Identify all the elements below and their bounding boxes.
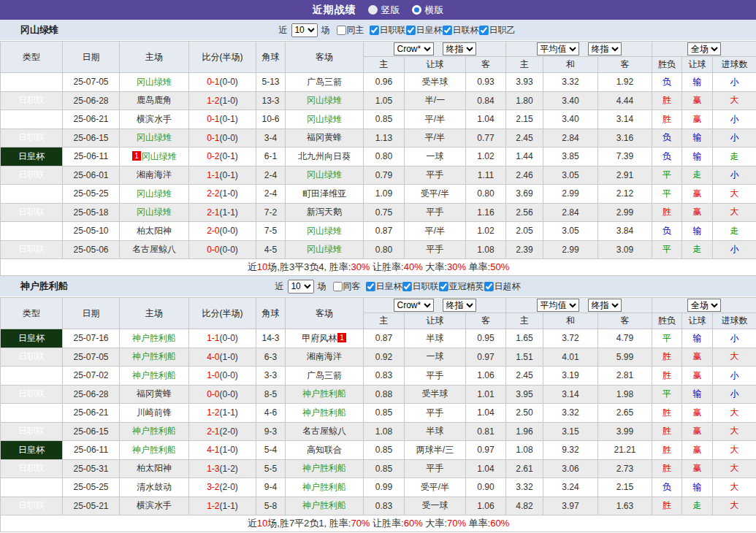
league-filter[interactable]: 日超杯 <box>484 280 520 293</box>
radio-label: 横版 <box>425 4 444 17</box>
match-row: 日职联25-06-15神户胜利船2-1(2-0)9-3名古屋鲸八1.08半球0.… <box>1 422 756 441</box>
league-filter[interactable]: 日职联 <box>402 280 438 293</box>
league-checkbox[interactable] <box>438 282 448 291</box>
league-checkbox[interactable] <box>484 282 493 291</box>
avg-home-odds-cell: 2.56 <box>506 203 543 222</box>
halftime-score: (2-0) <box>220 482 238 492</box>
layout-radio-horizontal[interactable]: 横版 <box>412 4 444 17</box>
halftime-score: (2-0) <box>220 426 238 437</box>
summary-segment: 单率: <box>466 518 490 529</box>
same-venue-filter[interactable]: 同主 <box>336 24 364 37</box>
avg-away-odds-cell: 2.99 <box>598 203 652 222</box>
subheader-avg-home: 主 <box>506 313 543 329</box>
average-odds-select[interactable]: 平均值 <box>537 299 579 312</box>
league-filter[interactable]: 亚冠精英 <box>438 280 484 293</box>
average-stage-select[interactable]: 终指 <box>588 299 622 312</box>
league-checkbox[interactable] <box>369 26 378 35</box>
handicap-line-cell: 平手 <box>405 459 466 478</box>
col-header-corners: 角球 <box>256 298 286 329</box>
away-team-cell: 福冈黄蜂 <box>286 129 364 147</box>
match-count-select[interactable]: 10 <box>287 280 313 294</box>
same-venue-checkbox[interactable] <box>332 282 342 291</box>
home-team-cell: 神户胜利船 <box>120 422 189 441</box>
summary-row: 近10场,胜7平2负1, 胜率:70% 让胜率:60% 大率:70% 单率:60… <box>1 515 756 532</box>
avg-away-odds-cell: 3.09 <box>598 240 652 259</box>
radio-button-icon <box>368 5 378 15</box>
corners-cell: 5-13 <box>256 73 286 92</box>
league-filter[interactable]: 日联杯 <box>442 24 478 37</box>
date-cell: 25-06-15 <box>63 129 120 147</box>
league-checkbox[interactable] <box>405 26 415 35</box>
handicap-result-cell: 赢 <box>682 203 713 222</box>
bookmaker-select[interactable]: Crow* <box>394 42 434 55</box>
handicap-result-cell: 输 <box>682 329 713 348</box>
halftime-score: (0-0) <box>220 245 238 255</box>
league-type-cell: 日职联 <box>1 404 63 423</box>
handicap-home-odds-cell: 0.85 <box>364 110 405 129</box>
handicap-result-cell: 赢 <box>682 91 713 110</box>
score-cell: 1-2(1-1) <box>189 404 256 423</box>
league-filter[interactable]: 日皇杯 <box>405 24 442 37</box>
bookmaker-select[interactable]: Crow* <box>394 299 434 312</box>
score-cell: 1-1(0-1) <box>189 166 256 185</box>
date-cell: 25-07-02 <box>63 367 120 386</box>
handicap-home-odds-cell: 0.80 <box>364 147 405 166</box>
handicap-home-odds-cell: 0.87 <box>364 329 405 348</box>
away-team-cell: 冈山绿雉 <box>286 222 364 241</box>
handicap-line-cell: 平手 <box>405 203 466 222</box>
summary-segment: 近 <box>248 261 257 272</box>
handicap-away-odds-cell: 1.08 <box>466 240 506 259</box>
league-type-cell: 日职联 <box>1 110 63 129</box>
average-stage-select[interactable]: 终指 <box>588 42 622 55</box>
odds-stage-select[interactable]: 终指 <box>443 299 476 312</box>
halftime-score: (0-1) <box>220 114 238 124</box>
home-team-cell: 神户胜利船 <box>120 348 189 367</box>
odds-stage-select[interactable]: 终指 <box>443 42 476 55</box>
home-team-cell: 冈山绿雉 <box>120 73 189 92</box>
league-checkbox[interactable] <box>365 282 375 291</box>
avg-home-odds-cell: 3.93 <box>506 73 543 92</box>
same-venue-checkbox[interactable] <box>336 26 345 35</box>
avg-away-odds-cell: 2.73 <box>598 459 652 478</box>
league-filter[interactable]: 日职乙 <box>478 24 515 37</box>
score-cell: 1-0(0-0) <box>189 367 256 386</box>
summary-segment: 40% <box>404 261 423 272</box>
goals-result-cell: 大 <box>713 422 756 441</box>
corners-cell: 6-1 <box>256 147 286 166</box>
match-count-select[interactable]: 10 <box>291 23 317 37</box>
subheader-handicap-home: 主 <box>364 57 405 73</box>
col-header-type: 类型 <box>1 298 63 329</box>
layout-radio-vertical[interactable]: 竖版 <box>368 4 400 17</box>
league-filter[interactable]: 日职联 <box>369 24 405 37</box>
league-type-cell: 日职联 <box>1 240 63 259</box>
scope-select[interactable]: 全场 <box>687 299 721 312</box>
away-team-cell: 新泻天鹅 <box>286 203 364 222</box>
league-type-cell: 日职联 <box>1 459 63 478</box>
scope-select[interactable]: 全场 <box>687 42 721 55</box>
result-scope-group: 全场 <box>652 42 756 57</box>
handicap-away-odds-cell: 0.97 <box>466 348 506 367</box>
league-checkbox[interactable] <box>478 26 488 35</box>
league-filter[interactable]: 日皇杯 <box>365 280 402 293</box>
col-header-home: 主场 <box>120 298 189 329</box>
goals-result-cell: 大 <box>713 348 756 367</box>
goals-result-cell: 小 <box>713 329 756 348</box>
date-cell: 25-05-25 <box>63 185 120 204</box>
handicap-line-cell: 受半球 <box>405 73 466 92</box>
league-checkbox[interactable] <box>442 26 451 35</box>
goals-result-cell: 走 <box>713 147 756 166</box>
fulltime-score: 1-1 <box>207 333 219 343</box>
fulltime-score: 0-1 <box>207 114 219 124</box>
score-cell: 2-0(0-0) <box>189 222 256 241</box>
score-cell: 0-0(0-0) <box>189 385 256 404</box>
avg-draw-odds-cell: 3.24 <box>543 478 598 497</box>
average-odds-select[interactable]: 平均值 <box>537 42 579 55</box>
league-label: 日超杯 <box>494 280 520 293</box>
same-venue-filter[interactable]: 同客 <box>332 280 360 293</box>
handicap-line-cell: 受一球 <box>405 496 466 515</box>
wdl-result-cell: 平 <box>652 240 682 259</box>
fulltime-score: 4-0 <box>207 352 219 362</box>
halftime-score: (0-0) <box>220 370 238 380</box>
league-checkbox[interactable] <box>402 282 411 291</box>
home-team-cell: 鹿岛鹿角 <box>120 91 189 110</box>
